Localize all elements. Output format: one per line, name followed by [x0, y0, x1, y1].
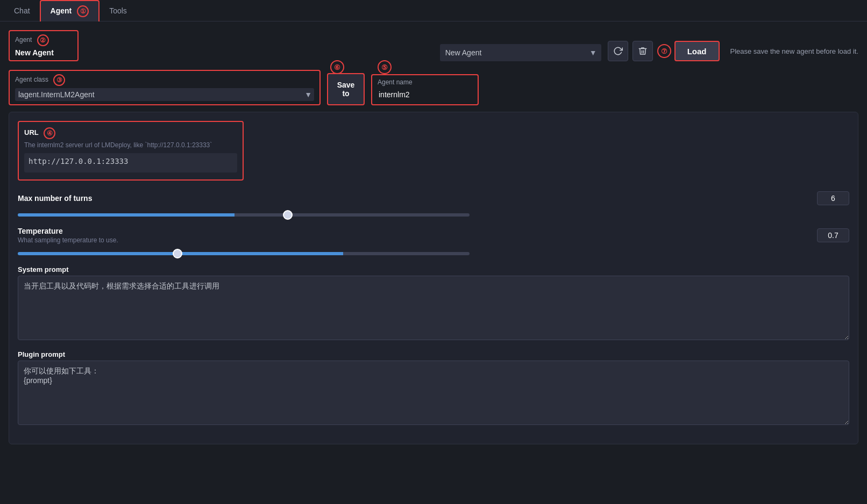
- agent-box-value: New Agent: [15, 48, 72, 57]
- top-right-area: ⑦ Load Please save the new agent before …: [608, 41, 858, 61]
- system-prompt-label: System prompt: [18, 265, 849, 273]
- tab-tools[interactable]: Tools: [100, 2, 137, 19]
- chevron-down-icon-2: ▼: [304, 90, 312, 99]
- circle-5: ⑤: [378, 60, 392, 74]
- save-to-button[interactable]: Saveto: [327, 73, 365, 105]
- system-prompt-group: System prompt 当开启工具以及代码时，根据需求选择合适的工具进行调用: [18, 265, 849, 342]
- temperature-value: 0.7: [817, 228, 849, 242]
- agent-box: Agent ② New Agent: [9, 30, 79, 61]
- url-input[interactable]: http://127.0.0.1:23333: [24, 153, 237, 172]
- agent-dropdown-wrapper[interactable]: New Agent ▼: [440, 44, 601, 61]
- url-description: The internlm2 server url of LMDeploy, li…: [24, 141, 237, 149]
- agent-dropdown[interactable]: New Agent: [444, 46, 589, 59]
- agent-name-input[interactable]: internlm2: [378, 88, 472, 101]
- circle-4: ④: [44, 127, 55, 139]
- load-notice: Please save the new agent before load it…: [730, 47, 859, 55]
- max-turns-section: Max number of turns 6: [18, 191, 849, 218]
- agent-class-label: Agent class ③: [15, 74, 314, 86]
- tab-chat[interactable]: Chat: [4, 2, 40, 19]
- temperature-label: Temperature: [18, 227, 118, 235]
- circle-6: ⑥: [330, 60, 344, 74]
- refresh-button[interactable]: [608, 41, 628, 61]
- chevron-down-icon: ▼: [589, 48, 597, 57]
- tab-bar: Chat Agent ① Tools: [0, 0, 867, 21]
- agent-box-label: Agent ②: [15, 34, 72, 46]
- url-box: URL ④ The internlm2 server url of LMDepl…: [18, 121, 244, 181]
- agent-class-box: Agent class ③ lagent.InternLM2Agent ▼: [9, 70, 321, 105]
- max-turns-label: Max number of turns: [18, 194, 92, 203]
- plugin-prompt-label: Plugin prompt: [18, 350, 849, 358]
- circle-2: ②: [37, 34, 49, 46]
- tab-agent[interactable]: Agent ①: [40, 0, 100, 21]
- temperature-desc: What sampling temperature to use.: [18, 236, 118, 244]
- slider-header-turns: Max number of turns 6: [18, 191, 849, 205]
- content-panel: URL ④ The internlm2 server url of LMDepl…: [9, 112, 858, 444]
- circle-3: ③: [53, 74, 65, 86]
- delete-button[interactable]: [633, 41, 653, 61]
- agent-class-dropdown-wrapper[interactable]: lagent.InternLM2Agent ▼: [15, 88, 314, 101]
- agent-name-label: ⑤ Agent name: [378, 78, 472, 86]
- circle-7: ⑦: [657, 44, 671, 58]
- temperature-section: Temperature What sampling temperature to…: [18, 227, 849, 257]
- max-turns-value: 6: [817, 191, 849, 205]
- agent-selector-row: Agent ② New Agent New Agent ▼: [9, 30, 858, 61]
- max-turns-slider[interactable]: [18, 213, 470, 217]
- url-label: URL ④: [24, 127, 237, 139]
- plugin-prompt-input[interactable]: 你可以使用如下工具： {prompt}: [18, 361, 849, 425]
- agent-name-box: ⑤ Agent name internlm2: [371, 74, 479, 105]
- agent-class-row: Agent class ③ lagent.InternLM2Agent ▼ ⑥ …: [9, 70, 858, 105]
- temperature-slider[interactable]: [18, 252, 470, 255]
- system-prompt-input[interactable]: 当开启工具以及代码时，根据需求选择合适的工具进行调用: [18, 276, 849, 340]
- slider-header-temp: Temperature What sampling temperature to…: [18, 227, 849, 244]
- main-content: Agent ② New Agent New Agent ▼: [0, 21, 867, 453]
- agent-class-dropdown[interactable]: lagent.InternLM2Agent: [17, 88, 304, 101]
- plugin-prompt-group: Plugin prompt 你可以使用如下工具： {prompt}: [18, 350, 849, 427]
- circle-1: ①: [77, 5, 89, 17]
- load-button[interactable]: Load: [674, 41, 720, 61]
